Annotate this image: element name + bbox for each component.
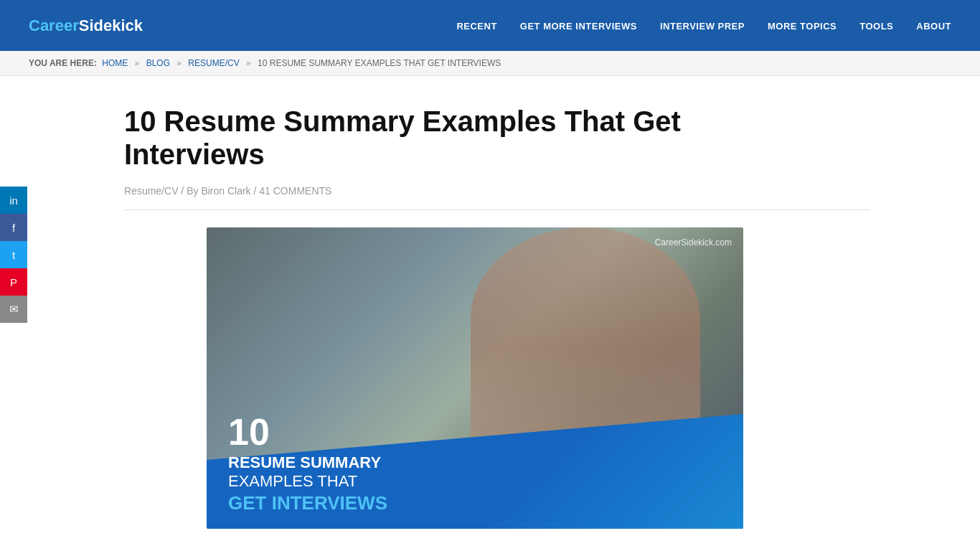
nav-item-more-topics: MORE TOPICS (768, 19, 837, 32)
social-twitter-button[interactable]: t (0, 241, 27, 268)
article-meta: Resume/CV / By Biron Clark / 41 COMMENTS (124, 185, 870, 197)
logo-career: Career (29, 17, 79, 35)
banner-examples-line: EXAMPLES THAT GET INTERVIEWS (228, 472, 387, 514)
linkedin-icon: in (9, 194, 18, 207)
article-title: 10 Resume Summary Examples That Get Inte… (124, 105, 741, 171)
meta-comments[interactable]: 41 COMMENTS (259, 185, 331, 197)
logo[interactable]: Career Sidekick (29, 17, 143, 35)
breadcrumb-resume-cv[interactable]: RESUME/CV (188, 58, 239, 68)
meta-separator-by: / (181, 185, 187, 197)
banner-line2: GET INTERVIEWS (228, 492, 387, 514)
facebook-icon: f (12, 222, 15, 234)
email-icon: ✉ (9, 303, 19, 316)
breadcrumb-blog[interactable]: BLOG (146, 58, 170, 68)
banner-text: 10 RESUME SUMMARY EXAMPLES THAT GET INTE… (228, 413, 387, 514)
nav-link-more-topics[interactable]: MORE TOPICS (768, 21, 837, 32)
main-content: 10 Resume Summary Examples That Get Inte… (67, 76, 913, 551)
nav-item-recent: RECENT (456, 19, 496, 32)
breadcrumb-home[interactable]: HOME (102, 58, 128, 68)
breadcrumb-you-are-here: YOU ARE HERE: (29, 58, 97, 68)
nav-item-about: ABOUT (916, 19, 951, 32)
meta-category[interactable]: Resume/CV (124, 185, 178, 197)
social-email-button[interactable]: ✉ (0, 296, 27, 323)
banner-get-text: GET INTERVIEWS (228, 492, 387, 514)
breadcrumb-sep-2: » (176, 58, 182, 68)
nav-link-recent[interactable]: RECENT (456, 21, 496, 32)
social-sidebar: in f t P ✉ (0, 187, 27, 323)
meta-by: By (187, 185, 198, 197)
featured-image: 10 RESUME SUMMARY EXAMPLES THAT GET INTE… (207, 227, 743, 529)
breadcrumb: YOU ARE HERE: HOME » BLOG » RESUME/CV » … (0, 51, 980, 76)
nav-item-get-more-interviews: GET MORE INTERVIEWS (520, 19, 637, 32)
twitter-icon: t (12, 249, 15, 261)
breadcrumb-sep-3: » (246, 58, 251, 68)
nav-link-get-more-interviews[interactable]: GET MORE INTERVIEWS (520, 21, 637, 32)
social-facebook-button[interactable]: f (0, 214, 27, 241)
banner-resume: RESUME SUMMARY (228, 453, 387, 472)
image-watermark: CareerSidekick.com (655, 237, 732, 248)
nav-link-about[interactable]: ABOUT (916, 21, 951, 32)
nav-link-tools[interactable]: TOOLS (859, 21, 893, 32)
main-nav: Career Sidekick RECENT GET MORE INTERVIE… (0, 0, 980, 51)
social-linkedin-button[interactable]: in (0, 187, 27, 214)
nav-link-interview-prep[interactable]: INTERVIEW PREP (660, 21, 745, 32)
nav-item-interview-prep: INTERVIEW PREP (660, 19, 745, 32)
banner-number: 10 (228, 411, 270, 453)
banner-examples-text: EXAMPLES THAT (228, 472, 357, 490)
pinterest-icon: P (10, 276, 17, 288)
nav-links: RECENT GET MORE INTERVIEWS INTERVIEW PRE… (456, 19, 951, 32)
logo-sidekick: Sidekick (79, 17, 143, 35)
social-pinterest-button[interactable]: P (0, 268, 27, 296)
meta-author[interactable]: Biron Clark (201, 185, 250, 197)
breadcrumb-current: 10 RESUME SUMMARY EXAMPLES THAT GET INTE… (258, 58, 501, 68)
nav-item-tools: TOOLS (859, 19, 893, 32)
breadcrumb-sep-1: » (135, 58, 140, 68)
meta-divider (124, 209, 870, 210)
